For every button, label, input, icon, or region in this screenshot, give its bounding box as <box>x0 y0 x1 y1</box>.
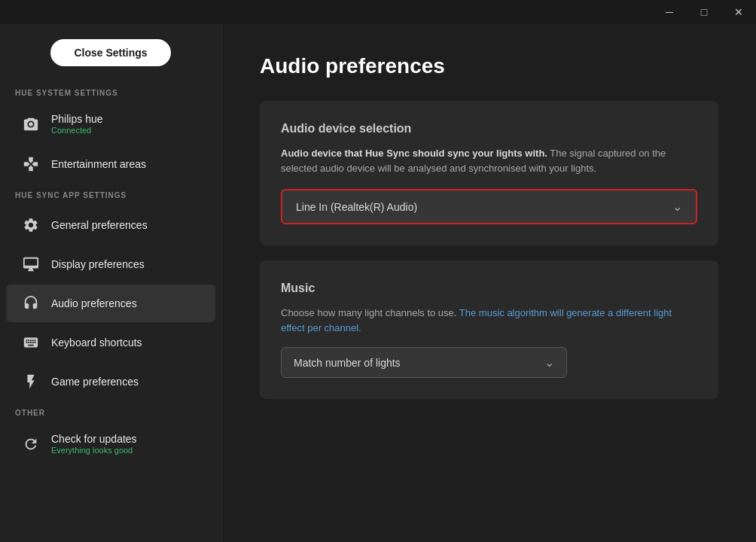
check-updates-label: Check for updates <box>51 433 137 445</box>
music-card-desc: Choose how many light channels to use. T… <box>281 306 697 335</box>
sidebar-section-hue-sync: HUE SYNC APP SETTINGS <box>0 184 221 206</box>
display-preferences-label: Display preferences <box>51 258 145 270</box>
gear-icon <box>21 215 41 235</box>
gamepad-icon <box>21 154 41 174</box>
sidebar-item-audio-preferences[interactable]: Audio preferences <box>6 285 215 322</box>
audio-device-dropdown-value: Line In (Realtek(R) Audio) <box>296 201 417 213</box>
headphone-icon <box>21 294 41 313</box>
game-preferences-label: Game preferences <box>51 376 139 388</box>
lightning-icon <box>21 372 41 391</box>
page-title: Audio preferences <box>260 54 718 78</box>
chevron-down-icon-music: ⌄ <box>544 355 554 370</box>
chevron-down-icon: ⌄ <box>672 199 682 214</box>
audio-preferences-text: Audio preferences <box>51 297 137 309</box>
sidebar-item-entertainment-areas[interactable]: Entertainment areas <box>6 145 215 183</box>
entertainment-areas-label: Entertainment areas <box>51 158 146 170</box>
check-updates-text: Check for updates Everything looks good <box>51 433 137 455</box>
audio-device-card: Audio device selection Audio device that… <box>260 101 718 245</box>
audio-device-desc-strong: Audio device that Hue Sync should sync y… <box>281 148 547 159</box>
main-content: Audio preferences Audio device selection… <box>222 24 756 542</box>
title-bar: ─ □ ✕ <box>0 0 756 24</box>
refresh-icon <box>21 434 41 454</box>
sidebar-item-display-preferences[interactable]: Display preferences <box>6 245 215 283</box>
philips-hue-status: Connected <box>51 126 103 135</box>
music-card: Music Choose how many light channels to … <box>260 260 718 399</box>
audio-device-card-title: Audio device selection <box>281 122 697 136</box>
music-desc-normal: Choose how many light channels to use. <box>281 307 456 318</box>
monitor-icon <box>21 254 41 274</box>
audio-preferences-label: Audio preferences <box>51 297 137 309</box>
philips-hue-label: Philips hue <box>51 113 103 125</box>
music-channels-dropdown-value: Match number of lights <box>294 357 401 369</box>
sidebar: Close Settings HUE SYSTEM SETTINGS Phili… <box>0 24 222 542</box>
display-preferences-text: Display preferences <box>51 258 145 270</box>
close-settings-button[interactable]: Close Settings <box>50 39 171 66</box>
music-channels-dropdown[interactable]: Match number of lights ⌄ <box>281 347 567 378</box>
app-container: Close Settings HUE SYSTEM SETTINGS Phili… <box>0 24 756 542</box>
keyboard-icon <box>21 333 41 352</box>
general-preferences-text: General preferences <box>51 219 148 231</box>
check-updates-status: Everything looks good <box>51 446 137 455</box>
sidebar-item-keyboard-shortcuts[interactable]: Keyboard shortcuts <box>6 324 215 361</box>
philips-hue-text: Philips hue Connected <box>51 113 103 135</box>
keyboard-shortcuts-text: Keyboard shortcuts <box>51 336 142 349</box>
sidebar-section-hue-system: HUE SYSTEM SETTINGS <box>0 81 221 103</box>
sidebar-item-philips-hue[interactable]: Philips hue Connected <box>6 104 215 144</box>
camera-icon <box>21 114 41 134</box>
entertainment-areas-text: Entertainment areas <box>51 158 146 170</box>
game-preferences-text: Game preferences <box>51 376 139 388</box>
sidebar-item-general-preferences[interactable]: General preferences <box>6 206 215 244</box>
audio-device-dropdown[interactable]: Line In (Realtek(R) Audio) ⌄ <box>281 189 697 224</box>
keyboard-shortcuts-label: Keyboard shortcuts <box>51 336 142 349</box>
general-preferences-label: General preferences <box>51 219 148 231</box>
maximize-button[interactable]: □ <box>687 0 721 24</box>
minimize-button[interactable]: ─ <box>652 0 687 24</box>
sidebar-section-other: OTHER <box>0 401 221 423</box>
close-button[interactable]: ✕ <box>721 0 756 24</box>
music-card-title: Music <box>281 282 697 295</box>
audio-device-card-desc: Audio device that Hue Sync should sync y… <box>281 146 697 175</box>
sidebar-item-check-updates[interactable]: Check for updates Everything looks good <box>6 424 215 464</box>
sidebar-item-game-preferences[interactable]: Game preferences <box>6 363 215 400</box>
